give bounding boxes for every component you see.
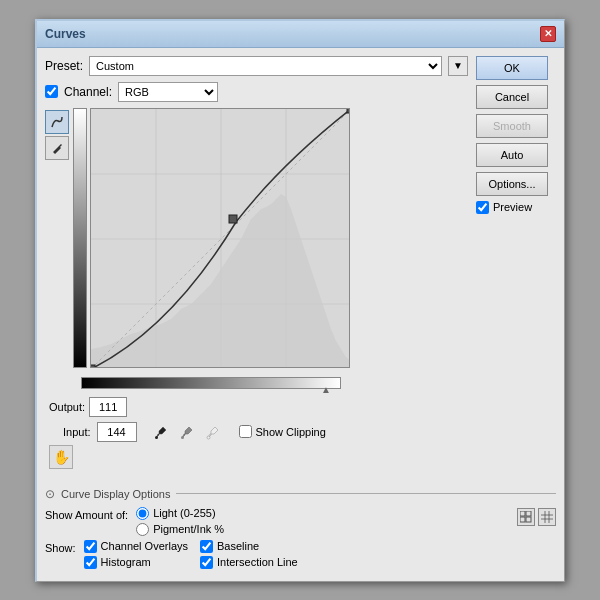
preview-checkbox[interactable] [476, 201, 489, 214]
channel-label: Channel: [64, 85, 112, 99]
show-clipping-label: Show Clipping [256, 426, 326, 438]
dialog-title: Curves [45, 27, 86, 41]
hand-tool-button[interactable]: ✋ [49, 445, 73, 469]
curve-tool-button[interactable] [45, 110, 69, 134]
gray-eyedropper-button[interactable] [177, 421, 199, 443]
preview-row: Preview [476, 201, 556, 214]
triangle-indicator: ▲ [321, 384, 331, 395]
pigment-label: Pigment/Ink % [153, 523, 224, 535]
intersection-line-checkbox[interactable] [200, 556, 213, 569]
ok-button[interactable]: OK [476, 56, 548, 80]
large-grid-button[interactable] [538, 508, 556, 526]
options-button[interactable]: Options... [476, 172, 548, 196]
preset-label: Preset: [45, 59, 83, 73]
svg-point-12 [207, 436, 210, 439]
input-row: Input: [63, 421, 468, 443]
output-label: Output: [49, 401, 85, 413]
pencil-tool-button[interactable] [45, 136, 69, 160]
show-checkbox-grid: Channel Overlays Baseline Histogram Inte… [84, 540, 305, 569]
intersection-line-label: Intersection Line [217, 556, 298, 568]
svg-rect-9 [347, 109, 350, 113]
svg-point-11 [181, 436, 184, 439]
dialog-body: Preset: Custom ▼ Channel: RGB Red Green … [37, 48, 564, 477]
curve-grid [91, 109, 350, 368]
left-panel: Preset: Custom ▼ Channel: RGB Red Green … [45, 56, 468, 469]
small-grid-button[interactable] [517, 508, 535, 526]
pigment-radio[interactable] [136, 523, 149, 536]
channel-overlays-row: Channel Overlays [84, 540, 188, 553]
curve-display-options-section: ⊙ Curve Display Options [45, 487, 556, 501]
svg-rect-14 [526, 511, 531, 516]
intersection-line-row: Intersection Line [200, 556, 304, 569]
pigment-radio-row: Pigment/Ink % [136, 523, 224, 536]
baseline-row: Baseline [200, 540, 304, 553]
histogram-row: Histogram [84, 556, 188, 569]
right-panel: OK Cancel Smooth Auto Options... Preview [476, 56, 556, 469]
histogram-checkbox[interactable] [84, 556, 97, 569]
hand-tool-row: ✋ [49, 445, 468, 469]
output-input[interactable] [89, 397, 127, 417]
baseline-label: Baseline [217, 540, 259, 552]
bottom-controls: ⊙ Curve Display Options Show Amount of: … [37, 477, 564, 581]
svg-rect-13 [520, 511, 525, 516]
curve-area [73, 108, 350, 368]
baseline-checkbox[interactable] [200, 540, 213, 553]
preview-label: Preview [493, 201, 532, 213]
show-row: Show: Channel Overlays Baseline Histogra… [45, 540, 556, 569]
smooth-button[interactable]: Smooth [476, 114, 548, 138]
light-radio-row: Light (0-255) [136, 507, 224, 520]
curve-canvas[interactable] [90, 108, 350, 368]
show-label: Show: [45, 540, 76, 554]
white-eyedropper-button[interactable] [203, 421, 225, 443]
light-radio[interactable] [136, 507, 149, 520]
svg-rect-15 [520, 517, 525, 522]
input-label: Input: [63, 426, 91, 438]
show-amount-row: Show Amount of: Light (0-255) Pigment/In… [45, 507, 556, 536]
black-eyedropper-button[interactable] [151, 421, 173, 443]
collapse-arrow[interactable]: ⊙ [45, 487, 55, 501]
channel-select[interactable]: RGB Red Green Blue [118, 82, 218, 102]
channel-checkbox[interactable] [45, 85, 58, 98]
svg-rect-8 [91, 365, 95, 368]
svg-point-10 [155, 436, 158, 439]
divider-line [176, 493, 556, 494]
cancel-button[interactable]: Cancel [476, 85, 548, 109]
auto-button[interactable]: Auto [476, 143, 548, 167]
grid-icons [517, 507, 556, 526]
input-gradient-row: ▲ [63, 372, 468, 395]
svg-rect-16 [526, 517, 531, 522]
show-clipping-checkbox[interactable] [239, 425, 252, 438]
show-amount-radio-group: Light (0-255) Pigment/Ink % [136, 507, 224, 536]
show-amount-label: Show Amount of: [45, 507, 128, 521]
channel-overlays-checkbox[interactable] [84, 540, 97, 553]
title-bar: Curves ✕ [37, 21, 564, 48]
preset-select[interactable]: Custom [89, 56, 442, 76]
input-value[interactable] [97, 422, 137, 442]
output-row: Output: [49, 397, 468, 417]
light-label: Light (0-255) [153, 507, 215, 519]
bottom-gradient-strip [81, 377, 341, 389]
curve-display-options-title: Curve Display Options [61, 488, 170, 500]
preset-menu-button[interactable]: ▼ [448, 56, 468, 76]
histogram-label: Histogram [101, 556, 151, 568]
output-gradient [73, 108, 87, 368]
channel-overlays-label: Channel Overlays [101, 540, 188, 552]
curves-dialog: Curves ✕ Preset: Custom ▼ Channel: RGB R… [35, 19, 565, 582]
close-button[interactable]: ✕ [540, 26, 556, 42]
svg-rect-7 [229, 215, 237, 223]
eyedropper-tools [151, 421, 225, 443]
preset-row: Preset: Custom ▼ [45, 56, 468, 76]
channel-row: Channel: RGB Red Green Blue [45, 82, 468, 102]
show-clipping-row: Show Clipping [239, 425, 326, 438]
